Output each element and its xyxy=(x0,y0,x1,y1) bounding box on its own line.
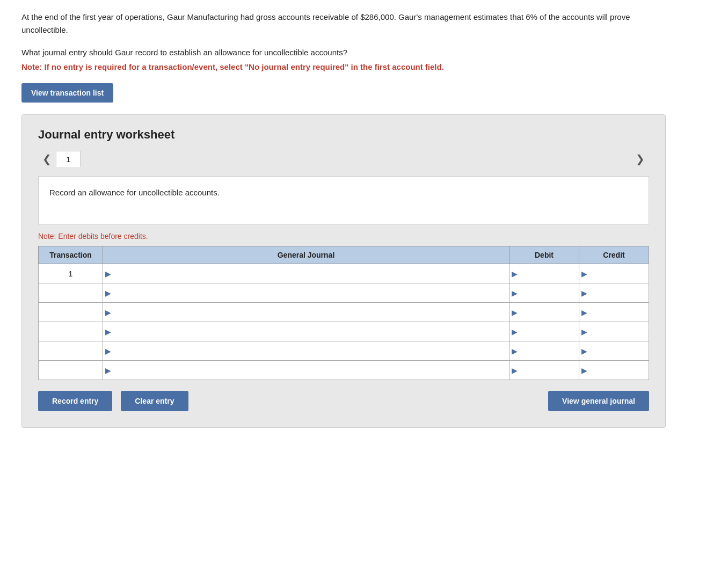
button-row: Record entry Clear entry View general jo… xyxy=(38,391,649,411)
transaction-number-cell xyxy=(39,283,103,303)
debit-input[interactable] xyxy=(520,303,579,322)
journal-input[interactable] xyxy=(113,341,509,360)
credit-row-arrow: ▶ xyxy=(579,327,589,336)
credit-cell[interactable]: ▶ xyxy=(579,283,649,303)
transaction-number-cell xyxy=(39,303,103,322)
credit-input[interactable] xyxy=(589,322,649,341)
debit-row-arrow: ▶ xyxy=(509,308,520,317)
journal-table: Transaction General Journal Debit Credit… xyxy=(38,246,649,380)
debit-cell[interactable]: ▶ xyxy=(509,264,579,283)
transaction-number-cell xyxy=(39,361,103,380)
transaction-number-cell xyxy=(39,322,103,341)
credit-cell[interactable]: ▶ xyxy=(579,361,649,380)
credit-row-arrow: ▶ xyxy=(579,366,589,375)
debit-row-arrow: ▶ xyxy=(509,327,520,336)
journal-row-arrow: ▶ xyxy=(103,366,113,375)
credit-row-arrow: ▶ xyxy=(579,269,589,278)
record-entry-button[interactable]: Record entry xyxy=(38,391,112,411)
journal-input[interactable] xyxy=(113,264,509,283)
clear-entry-button[interactable]: Clear entry xyxy=(121,391,188,411)
debit-input[interactable] xyxy=(520,264,579,283)
debit-row-arrow: ▶ xyxy=(509,366,520,375)
transaction-number-cell xyxy=(39,341,103,361)
journal-row-arrow: ▶ xyxy=(103,269,113,278)
worksheet-container: Journal entry worksheet ❮ 1 ❯ Record an … xyxy=(21,114,666,428)
credit-input[interactable] xyxy=(589,303,649,322)
debit-cell[interactable]: ▶ xyxy=(509,341,579,361)
journal-input[interactable] xyxy=(113,283,509,302)
journal-row-arrow: ▶ xyxy=(103,289,113,297)
journal-cell[interactable]: ▶ xyxy=(103,361,509,380)
credit-row-arrow: ▶ xyxy=(579,289,589,297)
note-debits: Note: Enter debits before credits. xyxy=(38,232,649,241)
credit-input[interactable] xyxy=(589,283,649,302)
journal-cell[interactable]: ▶ xyxy=(103,303,509,322)
credit-row-arrow: ▶ xyxy=(579,347,589,355)
journal-input[interactable] xyxy=(113,303,509,322)
journal-cell[interactable]: ▶ xyxy=(103,322,509,341)
credit-row-arrow: ▶ xyxy=(579,308,589,317)
table-row: ▶▶▶ xyxy=(39,361,649,380)
credit-cell[interactable]: ▶ xyxy=(579,264,649,283)
col-header-transaction: Transaction xyxy=(39,246,103,264)
table-row: ▶▶▶ xyxy=(39,303,649,322)
credit-cell[interactable]: ▶ xyxy=(579,303,649,322)
debit-input[interactable] xyxy=(520,361,579,380)
description-box: Record an allowance for uncollectible ac… xyxy=(38,176,649,224)
debit-input[interactable] xyxy=(520,322,579,341)
journal-row-arrow: ▶ xyxy=(103,327,113,336)
next-tab-arrow[interactable]: ❯ xyxy=(631,150,649,167)
debit-cell[interactable]: ▶ xyxy=(509,283,579,303)
col-header-debit: Debit xyxy=(509,246,579,264)
credit-cell[interactable]: ▶ xyxy=(579,341,649,361)
note-text: Note: If no entry is required for a tran… xyxy=(21,62,707,71)
credit-input[interactable] xyxy=(589,361,649,380)
table-row: ▶▶▶ xyxy=(39,341,649,361)
worksheet-title: Journal entry worksheet xyxy=(38,128,649,142)
transaction-number-cell: 1 xyxy=(39,264,103,283)
table-row: 1▶▶▶ xyxy=(39,264,649,283)
debit-cell[interactable]: ▶ xyxy=(509,322,579,341)
debit-input[interactable] xyxy=(520,283,579,302)
debit-row-arrow: ▶ xyxy=(509,269,520,278)
col-header-credit: Credit xyxy=(579,246,649,264)
journal-input[interactable] xyxy=(113,361,509,380)
debit-cell[interactable]: ▶ xyxy=(509,303,579,322)
tab-nav: ❮ 1 ❯ xyxy=(38,150,649,167)
journal-cell[interactable]: ▶ xyxy=(103,283,509,303)
journal-row-arrow: ▶ xyxy=(103,308,113,317)
question-text: What journal entry should Gaur record to… xyxy=(21,46,707,59)
journal-cell[interactable]: ▶ xyxy=(103,341,509,361)
tab-1[interactable]: 1 xyxy=(56,151,81,167)
journal-row-arrow: ▶ xyxy=(103,347,113,355)
journal-cell[interactable]: ▶ xyxy=(103,264,509,283)
credit-cell[interactable]: ▶ xyxy=(579,322,649,341)
intro-paragraph: At the end of the first year of operatio… xyxy=(21,11,666,37)
debit-row-arrow: ▶ xyxy=(509,347,520,355)
journal-input[interactable] xyxy=(113,322,509,341)
prev-tab-arrow[interactable]: ❮ xyxy=(38,150,56,167)
debit-row-arrow: ▶ xyxy=(509,289,520,297)
debit-input[interactable] xyxy=(520,341,579,360)
credit-input[interactable] xyxy=(589,341,649,360)
view-transaction-button[interactable]: View transaction list xyxy=(21,83,113,103)
table-row: ▶▶▶ xyxy=(39,322,649,341)
table-row: ▶▶▶ xyxy=(39,283,649,303)
debit-cell[interactable]: ▶ xyxy=(509,361,579,380)
credit-input[interactable] xyxy=(589,264,649,283)
view-general-journal-button[interactable]: View general journal xyxy=(548,391,649,411)
col-header-general-journal: General Journal xyxy=(103,246,509,264)
